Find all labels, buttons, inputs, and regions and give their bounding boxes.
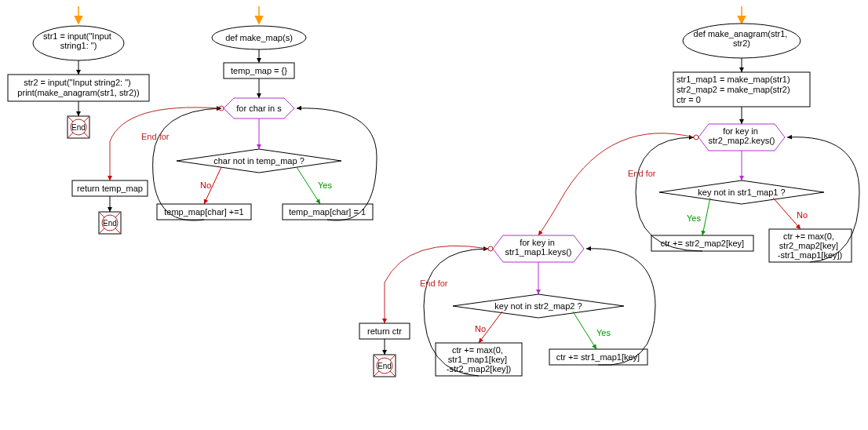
yes2-label: Yes	[596, 328, 611, 337]
yes1-label: Yes	[687, 213, 701, 223]
yes-label: Yes	[318, 180, 332, 190]
end-for1-label: End for	[628, 169, 656, 178]
yes2-text: ctr += str1_map1[key]	[556, 352, 640, 362]
svg-point-22	[488, 246, 493, 251]
svg-line-20	[702, 198, 710, 235]
end-label-2: End	[103, 219, 117, 228]
no-label: No	[200, 180, 211, 190]
for-loop-text: for char in s	[236, 104, 282, 113]
end-label-3: End	[377, 362, 392, 370]
end-symbol-2: End	[99, 212, 121, 234]
yes1-text: ctr += str2_map2[key]	[661, 239, 744, 248]
decision2-text: key not in str2_map2 ?	[494, 301, 582, 311]
no1-label: No	[797, 210, 808, 220]
yes-text: temp_map[char] = 1	[289, 207, 366, 217]
process-text: str2 = input("Input string2: ") print(ma…	[17, 78, 139, 97]
end-symbol: End	[67, 116, 89, 138]
end-label: End	[71, 123, 86, 132]
end-for-label: End for	[141, 132, 170, 141]
no2-text: ctr += max(0, str1_map1[key] -str2_map2[…	[447, 345, 512, 374]
no1-text: ctr += max(0, str2_map2[key] -str1_map1[…	[778, 231, 843, 260]
end-symbol-3: End	[374, 355, 396, 377]
return-text-3: return ctr	[367, 326, 402, 336]
end-for2-label: End for	[420, 279, 448, 288]
decision1-text: key not in str1_map1 ?	[698, 188, 785, 197]
no-text: temp_map[char] +=1	[164, 207, 244, 217]
flowchart-main: str1 = input("Input string1: ") str2 = i…	[8, 6, 149, 138]
svg-line-24	[573, 312, 596, 349]
def-text: def make_map(s)	[225, 33, 293, 42]
svg-line-10	[297, 167, 320, 204]
flowchart-make-anagram: def make_anagram(str1, str2) str1_map1 =…	[359, 6, 859, 377]
decision-text: char not in temp_map ?	[213, 156, 305, 166]
no2-label: No	[475, 324, 486, 333]
svg-point-18	[694, 135, 698, 140]
init-text: temp_map = {}	[231, 66, 287, 75]
return-text: return temp_map	[77, 184, 143, 193]
